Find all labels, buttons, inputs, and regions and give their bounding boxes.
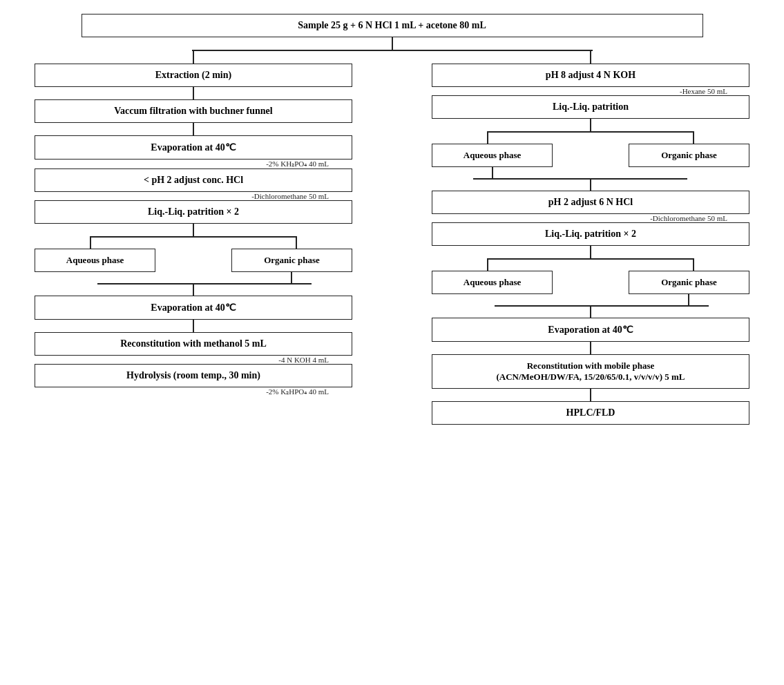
right-box6: Reconstitution with mobile phase (ACN/Me… <box>432 354 749 389</box>
left-box2: Vaccum filtration with buchner funnel <box>35 99 352 123</box>
left-label8: -2% K₂HPO₄ 40 mL <box>266 387 329 396</box>
left-box4: < pH 2 adjust conc. HCl <box>35 168 352 192</box>
right-box7: HPLC/FLD <box>432 401 749 425</box>
right-box4: Liq.-Liq. patrition × 2 <box>432 222 749 246</box>
top-box: Sample 25 g + 6 N HCl 1 mL + acetone 80 … <box>82 14 703 37</box>
right-label1: -Hexane 50 mL <box>680 87 727 95</box>
right-box2: Liq.-Liq. patrition <box>432 95 749 119</box>
right-column: pH 8 adjust 4 N KOH -Hexane 50 mL Liq.-L… <box>413 51 769 425</box>
left-box6: Evaporation at 40℃ <box>35 296 352 320</box>
left-split1-org: Organic phase <box>231 249 352 272</box>
left-label4: -Dichloromethane 50 mL <box>251 192 329 200</box>
left-column: Extraction (2 min) Vaccum filtration wit… <box>16 51 372 396</box>
two-columns: Extraction (2 min) Vaccum filtration wit… <box>16 51 769 425</box>
right-box1: pH 8 adjust 4 N KOH <box>432 64 749 87</box>
left-box5: Liq.-Liq. patrition × 2 <box>35 200 352 224</box>
right-split2-aq: Aqueous phase <box>432 271 553 294</box>
right-split1-aq: Aqueous phase <box>432 144 553 167</box>
left-split1-aq: Aqueous phase <box>35 249 155 272</box>
h-split-line <box>192 50 593 51</box>
right-box3: pH 2 adjust 6 N HCl <box>432 191 749 214</box>
right-label3: -Dichloromethane 50 mL <box>650 214 727 222</box>
vr1 <box>590 51 591 64</box>
right-split1-org: Organic phase <box>629 144 749 167</box>
vline-top <box>392 37 393 50</box>
left-box1: Extraction (2 min) <box>35 64 352 87</box>
left-box3: Evaporation at 40℃ <box>35 135 352 160</box>
left-label3: -2% KH₂PO₄ 40 mL <box>266 160 329 168</box>
left-box7: Reconstitution with methanol 5 mL <box>35 332 352 356</box>
split1-hline <box>90 236 297 238</box>
right-split2-org: Organic phase <box>629 271 749 294</box>
flow-diagram: Sample 25 g + 6 N HCl 1 mL + acetone 80 … <box>14 14 770 425</box>
left-box8: Hydrolysis (room temp., 30 min) <box>35 364 352 387</box>
vl1 <box>193 51 194 64</box>
right-box5: Evaporation at 40℃ <box>432 318 749 342</box>
left-label7: -4 N KOH 4 mL <box>278 356 329 364</box>
